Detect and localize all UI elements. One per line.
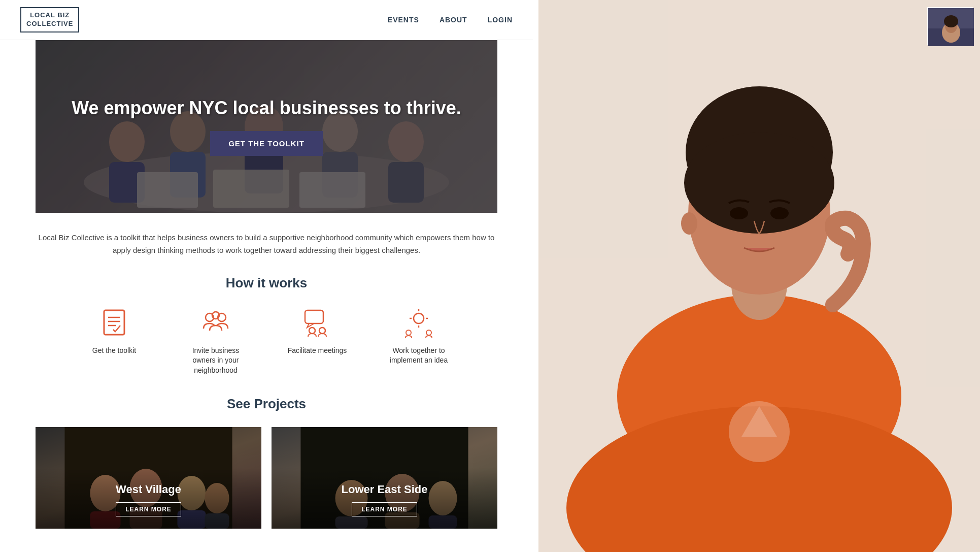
video-thumbnail: [927, 7, 973, 45]
projects-row: West Village LEARN MORE: [36, 427, 497, 529]
step-4-label: Work together to implement an idea: [383, 346, 454, 366]
video-main: [538, 0, 980, 552]
how-it-works-section: How it works Get the toolkit: [36, 275, 497, 376]
description-text: Local Biz Collective is a toolkit that h…: [36, 231, 497, 257]
step-2-label: Invite business owners in your neighborh…: [180, 346, 251, 376]
nav-about[interactable]: ABOUT: [440, 16, 467, 24]
svg-point-59: [770, 207, 789, 219]
site-logo[interactable]: LOCAL BIZ COLLECTIVE: [20, 7, 79, 33]
svg-point-31: [426, 330, 431, 335]
svg-point-23: [309, 328, 315, 334]
step-1-label: Get the toolkit: [92, 346, 136, 356]
hero-cta-button[interactable]: GET THE TOOLKIT: [210, 131, 323, 156]
step-2: Invite business owners in your neighborh…: [180, 306, 251, 376]
nav-links: EVENTS ABOUT LOGIN: [388, 16, 513, 24]
logo-line1: LOCAL BIZ: [26, 11, 73, 20]
svg-point-24: [319, 328, 325, 334]
svg-point-67: [944, 15, 958, 27]
toolkit-icon: [98, 306, 130, 339]
svg-point-58: [730, 207, 748, 219]
step-1: Get the toolkit: [79, 306, 150, 376]
west-village-overlay: West Village LEARN MORE: [36, 427, 261, 529]
thumbnail-image: [928, 8, 974, 46]
west-village-name: West Village: [116, 483, 181, 496]
svg-point-30: [406, 330, 411, 335]
video-panel: [538, 0, 980, 552]
svg-point-57: [684, 132, 834, 234]
project-card-west-village: West Village LEARN MORE: [36, 427, 261, 529]
see-projects-section: See Projects: [36, 396, 497, 529]
description-section: Local Biz Collective is a toolkit that h…: [36, 231, 497, 257]
steps-row: Get the toolkit: [36, 306, 497, 376]
step-3-label: Facilitate meetings: [288, 346, 347, 356]
project-card-lower-east-side: Lower East Side LEARN MORE: [272, 427, 497, 529]
hero-overlay: We empower NYC local businesses to thriv…: [36, 40, 497, 213]
lower-east-side-overlay: Lower East Side LEARN MORE: [272, 427, 497, 529]
svg-rect-22: [305, 310, 323, 323]
navbar: LOCAL BIZ COLLECTIVE EVENTS ABOUT LOGIN: [0, 0, 533, 40]
video-feed: [538, 0, 980, 552]
lower-east-side-learn-more[interactable]: LEARN MORE: [352, 502, 417, 516]
logo-line2: COLLECTIVE: [26, 20, 73, 28]
svg-point-60: [681, 212, 697, 235]
step-3: Facilitate meetings: [282, 306, 353, 376]
lower-east-side-name: Lower East Side: [342, 483, 428, 496]
hero-title: We empower NYC local businesses to thriv…: [72, 97, 461, 119]
nav-login[interactable]: LOGIN: [488, 16, 513, 24]
nav-events[interactable]: EVENTS: [388, 16, 419, 24]
hero-section: We empower NYC local businesses to thriv…: [36, 40, 497, 213]
svg-point-25: [414, 313, 424, 323]
how-title: How it works: [36, 275, 497, 291]
implement-icon: [402, 306, 435, 339]
projects-title: See Projects: [36, 396, 497, 412]
invite-icon: [199, 306, 232, 339]
meetings-icon: [301, 306, 333, 339]
west-village-learn-more[interactable]: LEARN MORE: [116, 502, 181, 516]
step-4: Work together to implement an idea: [383, 306, 454, 376]
